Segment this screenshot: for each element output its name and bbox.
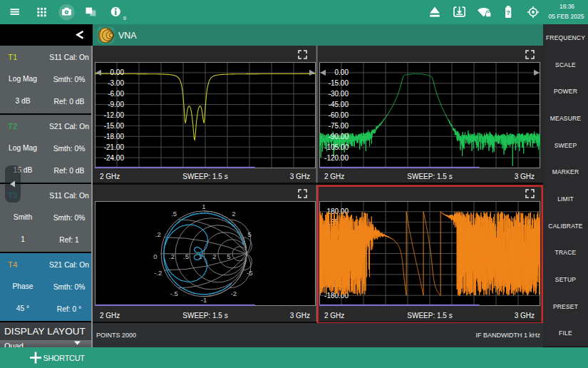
svg-text:-6.00: -6.00 bbox=[108, 90, 124, 98]
svg-text:.2: .2 bbox=[155, 230, 161, 238]
svg-text:2: 2 bbox=[212, 252, 216, 260]
svg-text:5: 5 bbox=[248, 230, 252, 238]
svg-text:SHORTCUT: SHORTCUT bbox=[43, 354, 86, 362]
svg-text:3 GHz: 3 GHz bbox=[515, 312, 535, 320]
svg-text:-105.00: -105.00 bbox=[324, 143, 349, 151]
svg-text:2 GHz: 2 GHz bbox=[100, 173, 120, 180]
svg-text:.5: .5 bbox=[183, 252, 189, 260]
svg-text:-2: -2 bbox=[231, 290, 237, 297]
svg-text:2 GHz: 2 GHz bbox=[324, 312, 344, 320]
svg-text:3 GHz: 3 GHz bbox=[290, 312, 310, 320]
svg-text:?: ? bbox=[506, 9, 510, 16]
svg-text:SWEEP: 1.5 s: SWEEP: 1.5 s bbox=[407, 312, 452, 320]
svg-text:-.5: -.5 bbox=[170, 290, 178, 297]
svg-text:-.2: -.2 bbox=[154, 269, 162, 277]
svg-text:.5: .5 bbox=[171, 210, 177, 218]
svg-text:-1: -1 bbox=[201, 296, 207, 304]
svg-text:0: 0 bbox=[153, 252, 157, 260]
svg-text:3 GHz: 3 GHz bbox=[515, 173, 535, 180]
svg-text:5: 5 bbox=[227, 252, 230, 260]
svg-text:16:36: 16:36 bbox=[559, 3, 574, 10]
svg-text:05 FEB 2025: 05 FEB 2025 bbox=[548, 13, 584, 20]
svg-text:-30.00: -30.00 bbox=[329, 90, 349, 98]
svg-text:180.00: 180.00 bbox=[326, 208, 349, 215]
svg-text:-15.00: -15.00 bbox=[104, 122, 125, 130]
svg-text:SWEEP: 1.5 s: SWEEP: 1.5 s bbox=[182, 312, 227, 320]
svg-text:2 GHz: 2 GHz bbox=[324, 173, 344, 180]
svg-text:-45.00: -45.00 bbox=[329, 101, 349, 108]
svg-text:-9.00: -9.00 bbox=[108, 101, 124, 108]
svg-text:-3.00: -3.00 bbox=[108, 79, 124, 87]
svg-text:-15.00: -15.00 bbox=[329, 79, 349, 87]
svg-text:-120.00: -120.00 bbox=[324, 154, 349, 162]
svg-text:VNA: VNA bbox=[118, 31, 137, 41]
svg-text:-5: -5 bbox=[247, 269, 252, 277]
svg-text:-18.00: -18.00 bbox=[104, 133, 125, 140]
svg-text:-12.00: -12.00 bbox=[104, 111, 125, 119]
svg-text:2 GHz: 2 GHz bbox=[100, 312, 120, 320]
svg-text:-60.00: -60.00 bbox=[329, 111, 349, 119]
svg-text:0.00: 0.00 bbox=[335, 68, 349, 76]
svg-text:-21.00: -21.00 bbox=[104, 143, 125, 151]
svg-text:-75.00: -75.00 bbox=[329, 122, 349, 130]
svg-text:-24.00: -24.00 bbox=[104, 154, 125, 162]
svg-text:.2: .2 bbox=[169, 252, 175, 260]
svg-text:0.00: 0.00 bbox=[110, 68, 125, 76]
svg-text:3 GHz: 3 GHz bbox=[290, 173, 310, 180]
svg-text:-90.00: -90.00 bbox=[329, 133, 349, 140]
svg-text:SWEEP: 1.5 s: SWEEP: 1.5 s bbox=[182, 173, 227, 180]
svg-text:1: 1 bbox=[202, 203, 205, 210]
svg-text:9: 9 bbox=[123, 15, 126, 21]
svg-text:SWEEP: 1.5 s: SWEEP: 1.5 s bbox=[407, 173, 452, 180]
svg-text:2: 2 bbox=[232, 210, 235, 218]
